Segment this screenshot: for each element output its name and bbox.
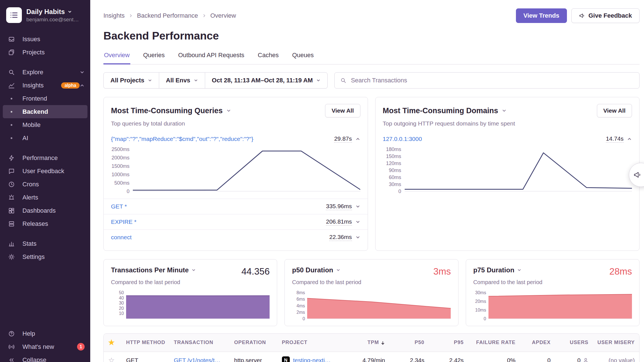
bullet-icon	[8, 98, 15, 99]
project-platform-icon: N	[282, 356, 290, 362]
sidebar-item-backend[interactable]: Backend	[3, 105, 87, 118]
column-project[interactable]: PROJECT	[277, 334, 343, 352]
column-p95[interactable]: P95	[429, 334, 468, 352]
column-tpm-sorted[interactable]: TPM	[343, 334, 390, 352]
star-icon: ★	[108, 338, 115, 347]
chevron-down-icon	[226, 108, 231, 113]
org-switcher[interactable]: Daily Habits benjamin.coe@sent…	[0, 6, 90, 29]
query-link[interactable]: {"map":"?","mapReduce":"$cmd","out":"?",…	[111, 136, 331, 142]
sidebar-item-label: Settings	[22, 253, 85, 261]
sidebar-item-releases[interactable]: Releases	[3, 217, 87, 230]
project-filter[interactable]: All Projects	[104, 73, 159, 88]
transaction-link[interactable]: GET /v1/notes/t…	[174, 357, 221, 362]
domain-link[interactable]: 127.0.0.1:3000	[383, 136, 603, 142]
star-outline-icon: ☆	[108, 356, 115, 362]
panel-subtitle: Top outgoing HTTP request domains by tim…	[383, 120, 632, 127]
projects-icon	[8, 49, 15, 56]
query-link[interactable]: connect	[111, 234, 326, 241]
query-row[interactable]: EXPIRE * 206.81ms	[104, 214, 368, 229]
sidebar-item-user-feedback[interactable]: User Feedback	[3, 164, 87, 178]
tab-outbound-api-requests[interactable]: Outbound API Requests	[178, 51, 245, 64]
query-row[interactable]: GET * 335.96ms	[104, 199, 368, 214]
org-meta: Daily Habits benjamin.coe@sent…	[26, 8, 79, 23]
breadcrumb-backend-performance[interactable]: Backend Performance	[137, 12, 198, 19]
sidebar-item-label: Mobile	[22, 121, 85, 129]
domains-view-all-button[interactable]: View All	[597, 104, 632, 117]
sidebar-item-settings[interactable]: Settings	[3, 250, 87, 263]
megaphone-icon	[579, 13, 585, 19]
sidebar-item-help[interactable]: Help	[3, 327, 87, 340]
sidebar-item-insights[interactable]: Insights alpha	[3, 79, 87, 92]
search-icon	[8, 69, 15, 76]
favorite-column-header[interactable]: ★	[104, 334, 122, 352]
tpm-card-title-dropdown[interactable]: Transactions Per Minute	[111, 266, 196, 274]
chevron-up-icon	[80, 83, 85, 88]
view-trends-button[interactable]: View Trends	[516, 8, 567, 23]
column-p50[interactable]: P50	[390, 334, 429, 352]
sidebar-item-issues[interactable]: Issues	[3, 33, 87, 46]
column-http-method[interactable]: HTTP METHOD	[122, 334, 169, 352]
releases-icon	[8, 220, 15, 228]
tpm-chart: 5040302010	[111, 293, 270, 319]
tab-queues[interactable]: Queues	[291, 51, 314, 64]
sidebar-item-explore[interactable]: Explore	[3, 66, 87, 79]
tab-queries[interactable]: Queries	[143, 51, 165, 64]
sidebar-item-label: Dashboards	[22, 207, 85, 214]
sidebar-item-performance[interactable]: Performance	[3, 151, 87, 164]
sidebar-item-crons[interactable]: Crons	[3, 178, 87, 191]
chevron-up-icon	[355, 136, 360, 141]
queries-panel-title-dropdown[interactable]: Most Time-Consuming Queries	[111, 106, 231, 115]
queries-view-all-button[interactable]: View All	[325, 104, 360, 117]
query-link[interactable]: EXPIRE *	[111, 219, 323, 225]
search-input[interactable]	[350, 76, 634, 84]
card-subtitle: Compared to the last period	[473, 279, 632, 286]
metric-cards: Transactions Per Minute 44.356 Compared …	[103, 259, 640, 326]
table-header-row: ★ HTTP METHOD TRANSACTION OPERATION PROJ…	[104, 334, 639, 352]
column-operation[interactable]: OPERATION	[230, 334, 277, 352]
give-feedback-button[interactable]: Give Feedback	[571, 8, 640, 23]
users-count: 0	[577, 357, 581, 362]
column-users[interactable]: USERS	[555, 334, 593, 352]
sidebar-item-frontend[interactable]: Frontend	[3, 92, 87, 105]
sidebar-item-dashboards[interactable]: Dashboards	[3, 204, 87, 217]
query-row-expanded[interactable]: {"map":"?","mapReduce":"$cmd","out":"?",…	[104, 131, 368, 147]
chevron-down-icon	[148, 78, 152, 83]
environment-filter-label: All Envs	[166, 77, 190, 84]
help-icon	[8, 330, 15, 337]
sidebar-item-mobile[interactable]: Mobile	[3, 118, 87, 131]
sidebar-item-alerts[interactable]: Alerts	[3, 191, 87, 204]
tab-overview[interactable]: Overview	[103, 51, 130, 64]
insight-panels: Most Time-Consuming Queries View All Top…	[103, 97, 640, 251]
column-transaction[interactable]: TRANSACTION	[169, 334, 230, 352]
query-row[interactable]: connect 22.36ms	[104, 229, 368, 245]
bullet-icon	[8, 137, 15, 139]
sidebar-item-collapse[interactable]: Collapse	[3, 353, 87, 362]
column-user-misery[interactable]: USER MISERY	[593, 334, 639, 352]
p50-duration-card: p50 Duration 3ms Compared to the last pe…	[284, 259, 458, 326]
sidebar-item-whats-new[interactable]: What's new 1	[3, 340, 87, 353]
domain-row-expanded[interactable]: 127.0.0.1:3000 14.74s	[376, 131, 640, 147]
query-total-duration: 29.87s	[334, 135, 352, 143]
tpm-value: 44.356	[241, 266, 270, 277]
org-avatar	[6, 7, 22, 23]
query-link[interactable]: GET *	[111, 203, 323, 210]
p75-card-title-dropdown[interactable]: p75 Duration	[473, 266, 522, 274]
sidebar-group-meta: Stats Settings	[0, 237, 90, 263]
sidebar-item-stats[interactable]: Stats	[3, 237, 87, 250]
date-range-filter[interactable]: Oct 28, 11:13 AM–Oct 28, 11:19 AM	[205, 73, 327, 88]
column-apdex[interactable]: APDEX	[520, 334, 555, 352]
sidebar-item-projects[interactable]: Projects	[3, 46, 87, 59]
search-icon	[340, 77, 346, 83]
favorite-cell[interactable]: ☆	[104, 352, 122, 362]
breadcrumb-insights[interactable]: Insights	[103, 12, 125, 19]
chevron-down-icon	[336, 268, 340, 272]
sidebar-item-label: User Feedback	[22, 168, 85, 175]
environment-filter[interactable]: All Envs	[159, 73, 205, 88]
p50-card-title-dropdown[interactable]: p50 Duration	[292, 266, 340, 274]
project-link[interactable]: testing-nextj…	[293, 357, 331, 362]
sidebar-item-ai[interactable]: AI	[3, 131, 87, 145]
domains-panel-title-dropdown[interactable]: Most Time-Consuming Domains	[383, 106, 507, 115]
tab-caches[interactable]: Caches	[257, 51, 279, 64]
chevron-down-icon	[316, 78, 321, 83]
column-failure-rate[interactable]: FAILURE RATE	[468, 334, 520, 352]
